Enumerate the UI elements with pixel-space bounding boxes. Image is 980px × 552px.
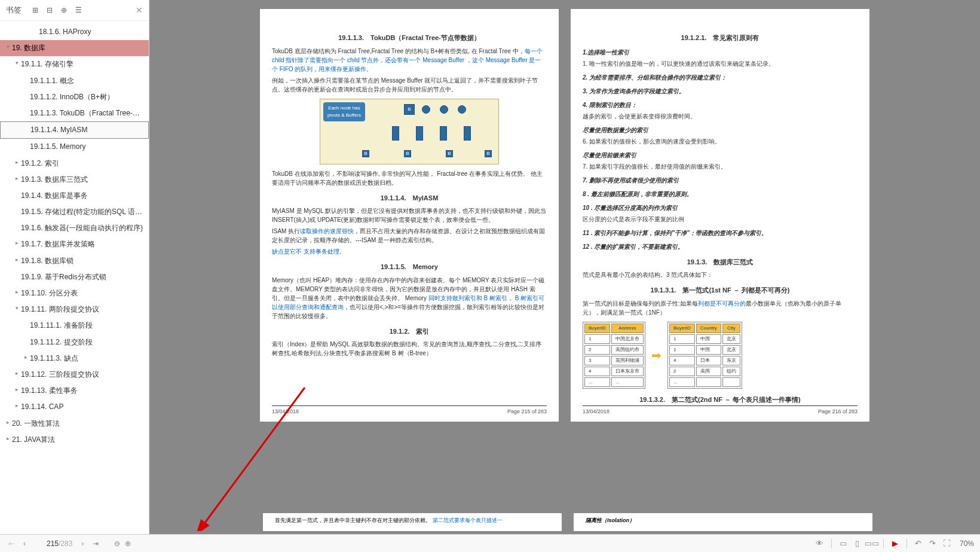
nf-tables-diagram: BuyerIDAddress1中国北京市2美国纽约市3英国利物浦4日本东京市..…: [583, 322, 858, 389]
rule-desc: 1. 唯一性索引的值是唯一的，可以更快速的通过该索引来确定某条记录。: [583, 59, 858, 68]
divider: [883, 539, 884, 548]
bookmark-item[interactable]: 19.1.1.3. TokuDB（Fractal Tree-节点带数据）: [0, 105, 149, 121]
rule: 10 . 尽量选择区分度高的列作为索引: [583, 203, 858, 212]
last-page-button[interactable]: ⇥: [90, 538, 101, 549]
add-bookmark-icon[interactable]: ⊕: [59, 5, 69, 15]
bookmark-item[interactable]: ▸19.1.8. 数据库锁: [0, 253, 149, 269]
zoom-level[interactable]: 70%: [960, 539, 974, 548]
paragraph: TokuDB 底层存储结构为 Fractal Tree,Fractal Tree…: [272, 47, 547, 74]
bookmark-item[interactable]: ▾19.1.11. 两阶段提交协议: [0, 301, 149, 318]
sidebar-header: 书签 ⊞ ⊟ ⊕ ☰ ✕: [0, 0, 149, 21]
play-icon[interactable]: ▶: [890, 538, 901, 549]
expand-icon[interactable]: ⊞: [30, 5, 40, 15]
bookmark-item[interactable]: 19.1.11.1. 准备阶段: [0, 318, 149, 334]
close-icon[interactable]: ✕: [136, 5, 143, 15]
bookmarks-tree: 18.1.6. HAProxy▾19. 数据库▾19.1.1. 存储引擎19.1…: [0, 21, 149, 534]
bookmark-item[interactable]: ▸19.1.11.3. 缺点: [0, 350, 149, 367]
page-total: /283: [59, 539, 72, 548]
heading-2nf: 19.1.3.2. 第二范式(2nd NF － 每个表只描述一件事情): [583, 395, 858, 405]
fractal-tree-diagram: Each node has pivots & Buffers B B B B B: [320, 99, 499, 164]
heading-nf: 19.1.3. 数据库三范式: [583, 257, 858, 267]
options-icon[interactable]: ☰: [74, 5, 83, 15]
bookmark-item[interactable]: ▸19.1.2. 索引: [0, 155, 149, 172]
rotate-right-icon[interactable]: ↷: [927, 538, 938, 549]
heading-common-index: 19.1.2.1. 常见索引原则有: [583, 33, 858, 43]
two-page-icon[interactable]: ▭▭: [866, 538, 877, 549]
page-215: 19.1.1.3. TokuDB（Fractal Tree-节点带数据） Tok…: [260, 9, 559, 422]
bookmark-item[interactable]: ▸19.1.13. 柔性事务: [0, 383, 149, 399]
document-view[interactable]: 19.1.1.3. TokuDB（Fractal Tree-节点带数据） Tok…: [149, 0, 980, 534]
page-number-input[interactable]: [35, 539, 59, 548]
bookmark-item[interactable]: ▾19.1.1. 存储引擎: [0, 56, 149, 72]
table-after: BuyerIDCountryCity1中国北京1中国北京4日本东京2美国纽约..…: [667, 322, 742, 389]
prev-page-button[interactable]: ‹: [19, 538, 30, 549]
paragraph: TokuDB 在线添加索引，不影响读写操作, 非常快的写入性能， Fractal…: [272, 169, 547, 187]
bookmark-item[interactable]: 19.1.1.2. InnoDB（B+树）: [0, 89, 149, 105]
bookmark-item[interactable]: ▾19. 数据库: [0, 40, 149, 56]
rule-desc: 7. 如果索引字段的值很长，最好使用值的前缀来索引。: [583, 162, 858, 171]
heading-1nf: 19.1.3.1. 第一范式(1st NF － 列都是不可再分): [583, 285, 858, 295]
rule-desc: 区分度的公式是表示字段不重复的比例: [583, 215, 858, 224]
rule: 1.选择唯一性索引: [583, 48, 858, 57]
bookmark-item[interactable]: 19.1.6. 触发器(一段能自动执行的程序): [0, 220, 149, 236]
bookmark-item[interactable]: ▸19.1.12. 三阶段提交协议: [0, 367, 149, 383]
bookmark-item[interactable]: 19.1.1.4. MyIASM: [0, 121, 149, 139]
paragraph: 例如，一次插入操作只需要落在某节点的 Message Buffer 就可以马上返…: [272, 76, 547, 94]
zoom-out-button[interactable]: ⊖: [112, 538, 122, 549]
page-footer: 13/04/2018 Page 216 of 283: [583, 405, 858, 416]
heading-index: 19.1.2. 索引: [272, 327, 547, 337]
bookmark-item[interactable]: 19.1.5. 存储过程(特定功能的SQL 语句集): [0, 204, 149, 220]
rule: 尽量使用前缀来索引: [583, 151, 858, 160]
rule-desc: 越多的索引，会使更新表变得很浪费时间。: [583, 112, 858, 121]
heading-memory: 19.1.1.5. Memory: [272, 262, 547, 272]
bookmark-item[interactable]: ▸19.1.14. CAP: [0, 399, 149, 415]
paragraph: 第一范式的目标是确保每列的原子性:如果每列都是不可再分的最小数据单元（也称为最小…: [583, 299, 858, 317]
bookmark-item[interactable]: ▸19.1.7. 数据库并发策略: [0, 236, 149, 252]
read-mode-icon[interactable]: 👁: [814, 538, 825, 549]
paragraph: ISAM 执行读取操作的速度很快，而且不占用大量的内存和存储资源。在设计之初就预…: [272, 227, 547, 245]
paragraph: 范式是具有最小冗余的表结构。3 范式具体如下：: [583, 270, 858, 279]
rule: 3. 为常作为查询条件的字段建立索引。: [583, 87, 858, 96]
next-page-button[interactable]: ›: [77, 538, 88, 549]
collapse-icon[interactable]: ⊟: [45, 5, 54, 15]
rule: 8 . 最左前缀匹配原则，非常重要的原则。: [583, 190, 858, 199]
rule: 4. 限制索引的数目：: [583, 100, 858, 109]
status-bar: ⇤ ‹ /283 › ⇥ ⊖ ⊕ 👁 ▭ ▯ ▭▭ ▶ ↶ ↷ ⛶ 70%: [0, 534, 980, 552]
divider: [906, 539, 907, 548]
bookmark-item[interactable]: ▸19.1.3. 数据库三范式: [0, 172, 149, 188]
arrow-icon: ➡: [651, 346, 662, 364]
heading-myiasm: 19.1.1.4. MyIASM: [272, 193, 547, 203]
rule: 11 . 索引列不能参与计算，保持列"干净"：带函数的查询不参与索引。: [583, 228, 858, 237]
rule: 12 . 尽量的扩展索引，不要新建索引。: [583, 242, 858, 251]
rule-desc: 6. 如果索引的值很长，那么查询的速度会受到影响。: [583, 137, 858, 146]
paragraph: 索引（Index）是帮助 MySQL 高效获取数据的数据结构。常见的查询算法,顺…: [272, 340, 547, 358]
continuous-icon[interactable]: ▯: [852, 538, 863, 549]
bookmark-item[interactable]: 19.1.1.5. Memory: [0, 139, 149, 155]
bookmark-item[interactable]: 19.1.11.2. 提交阶段: [0, 334, 149, 350]
fit-icon[interactable]: ⛶: [942, 538, 953, 549]
first-page-button[interactable]: ⇤: [6, 538, 17, 549]
rule: 2. 为经常需要排序、分组和联合操作的字段建立索引：: [583, 73, 858, 82]
rule: 7. 删除不再使用或者很少使用的索引: [583, 176, 858, 185]
rule: 尽量使用数据量少的索引: [583, 126, 858, 135]
bookmark-item[interactable]: ▸19.1.10. 分区分表: [0, 285, 149, 301]
bookmark-item[interactable]: 19.1.9. 基于Redis分布式锁: [0, 269, 149, 285]
bookmark-item[interactable]: ▸20. 一致性算法: [0, 416, 149, 432]
sidebar-title: 书签: [6, 5, 22, 16]
bookmark-item[interactable]: 19.1.1.1. 概念: [0, 73, 149, 89]
single-page-icon[interactable]: ▭: [838, 538, 849, 549]
bookmark-item[interactable]: 18.1.6. HAProxy: [0, 24, 149, 40]
zoom-in-button[interactable]: ⊕: [122, 538, 133, 549]
paragraph: 缺点是它不 支持事务处理。: [272, 247, 547, 256]
page-216: 19.1.2.1. 常见索引原则有 1.选择唯一性索引 1. 唯一性索引的值是唯…: [571, 9, 869, 422]
bookmarks-sidebar: 书签 ⊞ ⊟ ⊕ ☰ ✕ 18.1.6. HAProxy▾19. 数据库▾19.…: [0, 0, 149, 534]
page-number: Page 216 of 283: [818, 408, 858, 416]
page-date: 13/04/2018: [583, 408, 610, 416]
paragraph: Memory（也叫 HEAP）堆内存：使用存在内存中的内容来创建表。每个 MEM…: [272, 276, 547, 321]
page-footer: 13/04/2018 Page 215 of 283: [272, 405, 547, 416]
table-before: BuyerIDAddress1中国北京市2美国纽约市3英国利物浦4日本东京市..…: [583, 322, 645, 389]
rotate-left-icon[interactable]: ↶: [913, 538, 924, 549]
bookmark-item[interactable]: 19.1.4. 数据库是事务: [0, 188, 149, 204]
page-date: 13/04/2018: [272, 408, 299, 416]
bookmark-item[interactable]: ▸21. JAVA算法: [0, 432, 149, 448]
